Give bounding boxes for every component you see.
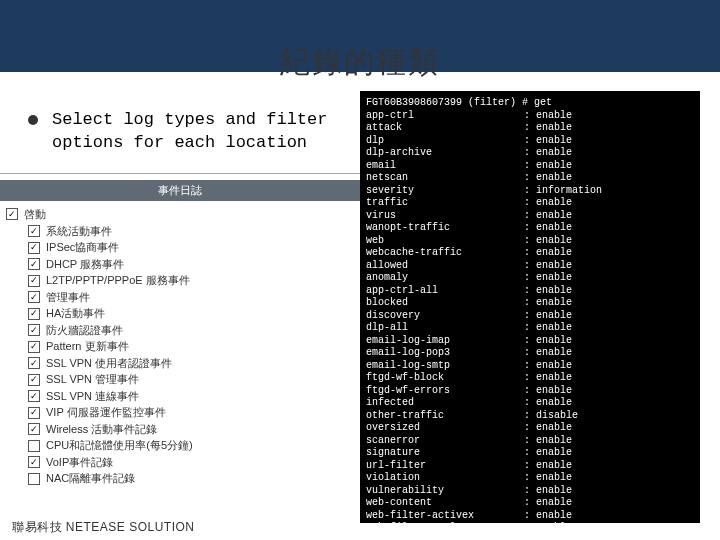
terminal-line: wanopt-traffic: enable — [366, 222, 694, 235]
divider — [0, 173, 360, 174]
terminal-line: anomaly: enable — [366, 272, 694, 285]
checkbox-label: SSL VPN 管理事件 — [46, 372, 139, 387]
checkbox-icon[interactable] — [28, 324, 40, 336]
checkbox-row[interactable]: NAC隔離事件記錄 — [6, 471, 350, 486]
checkbox-label: HA活動事件 — [46, 306, 105, 321]
checkbox-label: SSL VPN 連線事件 — [46, 389, 139, 404]
terminal-line: attack: enable — [366, 122, 694, 135]
terminal-line: web-content: enable — [366, 497, 694, 510]
left-column: Select log types and filter options for … — [20, 91, 360, 523]
checkbox-label: DHCP 服務事件 — [46, 257, 124, 272]
terminal-line: scanerror: enable — [366, 435, 694, 448]
content-area: Select log types and filter options for … — [0, 83, 720, 523]
terminal-line: traffic: enable — [366, 197, 694, 210]
checkbox-row[interactable]: CPU和記憶體使用率(每5分鐘) — [6, 438, 350, 453]
checkbox-row[interactable]: L2TP/PPTP/PPPoE 服務事件 — [6, 273, 350, 288]
root-checkbox-row[interactable]: 啓動 — [6, 207, 350, 222]
checkbox-row[interactable]: IPSec協商事件 — [6, 240, 350, 255]
checkbox-label: VoIP事件記錄 — [46, 455, 113, 470]
checkbox-row[interactable]: SSL VPN 管理事件 — [6, 372, 350, 387]
checkbox-label: 管理事件 — [46, 290, 90, 305]
checkbox-list: 啓動 系統活動事件IPSec協商事件DHCP 服務事件L2TP/PPTP/PPP… — [6, 207, 350, 487]
bullet-row: Select log types and filter options for … — [20, 109, 350, 155]
checkbox-label: L2TP/PPTP/PPPoE 服務事件 — [46, 273, 190, 288]
checkbox-row[interactable]: VIP 伺服器運作監控事件 — [6, 405, 350, 420]
terminal-line: violation: enable — [366, 472, 694, 485]
terminal-line: email-log-pop3: enable — [366, 347, 694, 360]
terminal-line: web-filter-applet: enable — [366, 522, 694, 523]
checkbox-icon[interactable] — [28, 242, 40, 254]
checkbox-row[interactable]: SSL VPN 連線事件 — [6, 389, 350, 404]
footer-text: 聯易科技 NETEASE SOLUTION — [12, 519, 195, 536]
checkbox-row[interactable]: HA活動事件 — [6, 306, 350, 321]
checkbox-label: Wireless 活動事件記錄 — [46, 422, 157, 437]
terminal-line: other-traffic: disable — [366, 410, 694, 423]
checkbox-row[interactable]: 系統活動事件 — [6, 224, 350, 239]
terminal-line: ftgd-wf-block: enable — [366, 372, 694, 385]
panel-header: 事件日誌 — [0, 180, 360, 201]
checkbox-label: 防火牆認證事件 — [46, 323, 123, 338]
checkbox-icon[interactable] — [6, 208, 18, 220]
terminal-line: signature: enable — [366, 447, 694, 460]
checkbox-icon[interactable] — [28, 473, 40, 485]
page-title: 紀錄的種類 — [0, 42, 720, 83]
checkbox-icon[interactable] — [28, 374, 40, 386]
terminal-line: severity: information — [366, 185, 694, 198]
terminal-line: app-ctrl: enable — [366, 110, 694, 123]
checkbox-icon[interactable] — [28, 258, 40, 270]
checkbox-label: NAC隔離事件記錄 — [46, 471, 135, 486]
checkbox-icon[interactable] — [28, 407, 40, 419]
checkbox-row[interactable]: VoIP事件記錄 — [6, 455, 350, 470]
checkbox-label: SSL VPN 使用者認證事件 — [46, 356, 172, 371]
terminal-line: email-log-smtp: enable — [366, 360, 694, 373]
checkbox-row[interactable]: SSL VPN 使用者認證事件 — [6, 356, 350, 371]
checkbox-icon[interactable] — [28, 275, 40, 287]
terminal-line: ftgd-wf-errors: enable — [366, 385, 694, 398]
terminal-line: netscan: enable — [366, 172, 694, 185]
description-text: Select log types and filter options for … — [52, 109, 350, 155]
terminal-line: discovery: enable — [366, 310, 694, 323]
terminal-line: url-filter: enable — [366, 460, 694, 473]
checkbox-label: IPSec協商事件 — [46, 240, 119, 255]
terminal-line: oversized: enable — [366, 422, 694, 435]
checkbox-label: CPU和記憶體使用率(每5分鐘) — [46, 438, 193, 453]
checkbox-label: 系統活動事件 — [46, 224, 112, 239]
terminal-line: email-log-imap: enable — [366, 335, 694, 348]
checkbox-icon[interactable] — [28, 341, 40, 353]
checkbox-row[interactable]: DHCP 服務事件 — [6, 257, 350, 272]
terminal-prompt: FGT60B3908607399 (filter) # get — [366, 97, 694, 110]
terminal-line: allowed: enable — [366, 260, 694, 273]
terminal-panel: FGT60B3908607399 (filter) # get app-ctrl… — [360, 91, 700, 523]
checkbox-label: Pattern 更新事件 — [46, 339, 129, 354]
terminal-line: email: enable — [366, 160, 694, 173]
checkbox-icon[interactable] — [28, 291, 40, 303]
checkbox-icon[interactable] — [28, 440, 40, 452]
terminal-line: dlp: enable — [366, 135, 694, 148]
terminal-line: web-filter-activex: enable — [366, 510, 694, 523]
checkbox-row[interactable]: 管理事件 — [6, 290, 350, 305]
checkbox-icon[interactable] — [28, 225, 40, 237]
bullet-icon — [28, 115, 38, 125]
terminal-line: webcache-traffic: enable — [366, 247, 694, 260]
checkbox-icon[interactable] — [28, 357, 40, 369]
terminal-line: vulnerability: enable — [366, 485, 694, 498]
checkbox-icon[interactable] — [28, 456, 40, 468]
checkbox-label: VIP 伺服器運作監控事件 — [46, 405, 166, 420]
checkbox-icon[interactable] — [28, 308, 40, 320]
terminal-line: dlp-all: enable — [366, 322, 694, 335]
checkbox-row[interactable]: Pattern 更新事件 — [6, 339, 350, 354]
checkbox-icon[interactable] — [28, 423, 40, 435]
checkbox-row[interactable]: Wireless 活動事件記錄 — [6, 422, 350, 437]
terminal-line: infected: enable — [366, 397, 694, 410]
checkbox-row[interactable]: 防火牆認證事件 — [6, 323, 350, 338]
terminal-line: dlp-archive: enable — [366, 147, 694, 160]
terminal-line: blocked: enable — [366, 297, 694, 310]
root-label: 啓動 — [24, 207, 46, 222]
terminal-line: app-ctrl-all: enable — [366, 285, 694, 298]
terminal-line: web: enable — [366, 235, 694, 248]
checkbox-icon[interactable] — [28, 390, 40, 402]
terminal-line: virus: enable — [366, 210, 694, 223]
